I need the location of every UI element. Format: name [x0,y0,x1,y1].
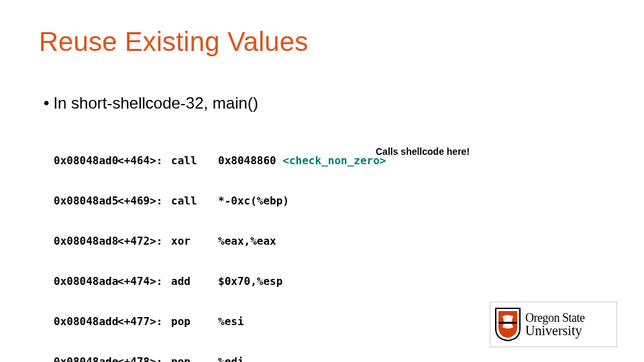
disasm-row: 0x08048ad5<+469>:call*-0xc(%ebp) [54,194,386,208]
operand: *-0xc(%ebp) [218,194,289,208]
mnemonic: call [171,194,218,208]
mnemonic: pop [171,315,218,328]
mnemonic: xor [171,235,218,248]
disasm-row: 0x08048ad0<+464>:call0x8048860 <check_no… [54,154,386,168]
disassembly-block: 0x08048ad0<+464>:call0x8048860 <check_no… [54,127,386,362]
addr: 0x08048ad8 [54,235,117,248]
offset: <+477>: [117,315,171,328]
university-logo: Oregon State University [490,302,617,347]
logo-line1: Oregon State [525,312,584,324]
operand: %edi [218,355,244,362]
slide: Reuse Existing Values •In short-shellcod… [0,0,644,362]
offset: <+464>: [117,154,171,168]
addr: 0x08048ada [54,275,117,288]
mnemonic: add [171,275,218,288]
bullet-line: •In short-shellcode-32, main() [44,94,258,113]
logo-line2: University [525,324,584,337]
bullet-dot: • [44,94,49,113]
operand: 0x8048860 <check_non_zero> [218,154,386,168]
mnemonic: call [171,154,218,168]
logo-text: Oregon State University [525,312,584,337]
addr: 0x08048add [54,315,117,328]
disasm-row: 0x08048add<+477>:pop%esi [54,315,386,328]
addr: 0x08048ad0 [54,154,117,168]
bullet-text: In short-shellcode-32, main() [53,94,258,112]
offset: <+474>: [117,275,171,288]
disasm-row: 0x08048ade<+478>:pop%edi [54,355,386,362]
operand: %esi [218,315,244,328]
offset: <+478>: [117,355,171,362]
shield-icon [494,307,521,342]
operand: $0x70,%esp [218,275,282,288]
svg-rect-0 [498,322,517,324]
offset: <+472>: [117,235,171,248]
addr: 0x08048ad5 [54,194,117,208]
callout-annotation: Calls shellcode here! [376,146,470,157]
disasm-row: 0x08048ad8<+472>:xor%eax,%eax [54,235,386,248]
mnemonic: pop [171,355,218,362]
disasm-row: 0x08048ada<+474>:add$0x70,%esp [54,275,386,288]
offset: <+469>: [117,194,171,208]
operand: %eax,%eax [218,235,276,248]
addr: 0x08048ade [54,355,117,362]
slide-title: Reuse Existing Values [39,27,308,57]
